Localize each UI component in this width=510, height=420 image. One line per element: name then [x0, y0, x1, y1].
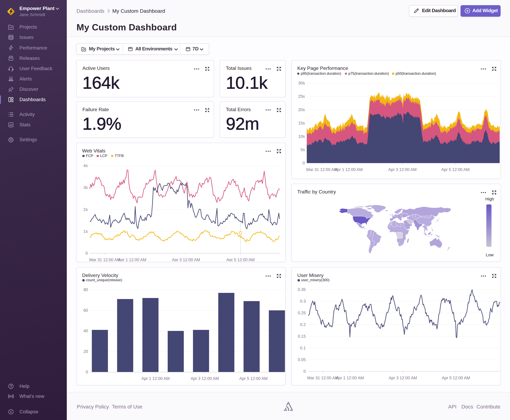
svg-text:0.3: 0.3 [300, 299, 306, 304]
svg-text:Apr 1 12:00 AM: Apr 1 12:00 AM [334, 167, 363, 172]
svg-text:Apr 3 12:00 AM: Apr 3 12:00 AM [191, 376, 219, 381]
svg-text:60: 60 [83, 308, 88, 313]
svg-text:25s: 25s [298, 94, 305, 99]
svg-text:2s: 2s [83, 207, 88, 212]
svg-text:20: 20 [83, 349, 88, 354]
svg-text:20s: 20s [298, 107, 305, 112]
svg-text:0.15: 0.15 [298, 334, 306, 339]
svg-text:0.1: 0.1 [300, 346, 306, 350]
svg-text:0: 0 [85, 251, 88, 255]
svg-text:Mar 31 12:00 AM: Mar 31 12:00 AM [306, 167, 337, 172]
svg-text:10s: 10s [298, 134, 305, 139]
svg-text:Apr 5 12:00 AM: Apr 5 12:00 AM [239, 376, 268, 381]
svg-text:0.05: 0.05 [298, 357, 306, 362]
svg-text:Apr 1 12:00 AM: Apr 1 12:00 AM [336, 376, 364, 380]
svg-text:0.2: 0.2 [300, 322, 306, 327]
svg-text:Apr 5 12:00 AM: Apr 5 12:00 AM [441, 167, 469, 172]
svg-text:30s: 30s [298, 81, 305, 85]
svg-text:40: 40 [83, 329, 88, 333]
svg-text:1s: 1s [83, 229, 88, 233]
svg-text:0: 0 [86, 370, 88, 374]
svg-text:0: 0 [303, 369, 306, 374]
svg-text:0.35: 0.35 [298, 287, 306, 292]
svg-text:5s: 5s [300, 147, 305, 152]
svg-text:0: 0 [303, 161, 305, 165]
svg-text:Apr 3 12:00 AM: Apr 3 12:00 AM [388, 167, 416, 172]
svg-text:Apr 3 12:00 AM: Apr 3 12:00 AM [172, 257, 200, 261]
svg-text:Apr 3 12:00 AM: Apr 3 12:00 AM [389, 376, 417, 380]
svg-text:80: 80 [83, 287, 88, 292]
svg-text:4s: 4s [83, 163, 88, 168]
svg-text:Mar 31 12:00 AM: Mar 31 12:00 AM [89, 257, 120, 261]
svg-text:15s: 15s [298, 121, 305, 125]
svg-text:3s: 3s [83, 185, 88, 190]
svg-text:Apr 1 12:00 AM: Apr 1 12:00 AM [141, 376, 170, 381]
svg-text:Mar 31 12:00 AM: Mar 31 12:00 AM [307, 376, 338, 380]
svg-text:Apr 5 12:00 AM: Apr 5 12:00 AM [226, 257, 255, 261]
svg-text:Apr 5 12:00 AM: Apr 5 12:00 AM [442, 376, 470, 380]
svg-text:0.25: 0.25 [298, 311, 306, 315]
svg-text:Apr 1 12:00 AM: Apr 1 12:00 AM [118, 257, 146, 261]
